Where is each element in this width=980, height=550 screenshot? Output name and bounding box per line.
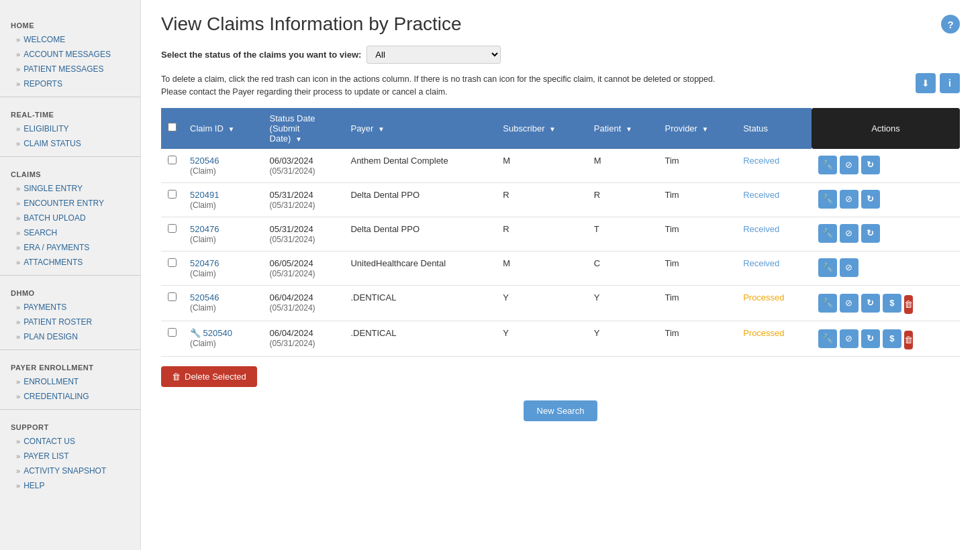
row-checkbox-cell[interactable] [161, 251, 183, 285]
page-title: View Claims Information by Practice [161, 13, 462, 35]
actions-cell: 🔧⊘↻ [812, 217, 960, 251]
info-button[interactable]: i [940, 73, 960, 93]
stop-action-btn[interactable]: ⊘ [840, 329, 859, 348]
sidebar-section-dhmo: DHMO [0, 281, 140, 300]
subscriber-value: M [503, 156, 510, 166]
download-button[interactable]: ⬇ [916, 73, 936, 93]
actions-cell: 🔧⊘↻ [812, 182, 960, 217]
col-payer[interactable]: Payer ▼ [344, 108, 496, 149]
payer-cell: .DENTICAL [344, 321, 496, 356]
sidebar-item-era-payments[interactable]: » ERA / PAYMENTS [0, 240, 140, 255]
col-status: Status [736, 108, 812, 149]
row-checkbox[interactable] [168, 224, 177, 233]
status-date-cell: 06/04/2024 (05/31/2024) [263, 321, 344, 356]
provider-cell: Tim [658, 149, 737, 183]
wrench-action-btn[interactable]: 🔧 [818, 258, 837, 277]
trash-action-btn[interactable]: 🗑 [904, 295, 913, 314]
table-row: 520491 (Claim) 05/31/2024 (05/31/2024) D… [161, 182, 960, 217]
sidebar-item-welcome[interactable]: » WELCOME [0, 32, 140, 47]
status-select[interactable]: All Received Processed Pending Rejected [366, 46, 501, 64]
sidebar-item-activity-snapshot[interactable]: » ACTIVITY SNAPSHOT [0, 463, 140, 478]
sidebar-item-reports[interactable]: » REPORTS [0, 76, 140, 91]
claim-id-link[interactable]: 520491 [190, 190, 219, 200]
row-checkbox[interactable] [168, 156, 177, 164]
col-subscriber[interactable]: Subscriber ▼ [496, 108, 587, 149]
refresh-action-btn[interactable]: ↻ [861, 294, 880, 313]
stop-action-btn[interactable]: ⊘ [840, 224, 859, 243]
status-date-cell: 05/31/2024 (05/31/2024) [263, 182, 344, 217]
row-checkbox-cell[interactable] [161, 321, 183, 356]
stop-action-btn[interactable]: ⊘ [840, 258, 859, 277]
sidebar-item-batch-upload[interactable]: » BATCH UPLOAD [0, 211, 140, 225]
sidebar-item-search[interactable]: » SEARCH [0, 225, 140, 240]
delete-selected-button[interactable]: 🗑 Delete Selected [161, 366, 257, 387]
sidebar-item-credentialing[interactable]: » CREDENTIALING [0, 389, 140, 404]
provider-cell: Tim [658, 321, 737, 356]
status-badge: Received [743, 258, 779, 268]
row-checkbox[interactable] [168, 328, 177, 337]
sidebar-item-single-entry[interactable]: » SINGLE ENTRY [0, 181, 140, 196]
claim-id-link[interactable]: 520546 [190, 156, 219, 166]
payer-cell: UnitedHealthcare Dental [344, 251, 496, 285]
refresh-action-btn[interactable]: ↻ [861, 329, 880, 348]
stop-icon: ⊘ [845, 194, 852, 204]
refresh-action-btn[interactable]: ↻ [861, 156, 880, 174]
claim-id-link[interactable]: 520476 [190, 224, 219, 234]
sidebar-item-patient-roster[interactable]: » PATIENT ROSTER [0, 315, 140, 329]
submit-date: (05/31/2024) [270, 201, 315, 210]
sidebar-item-encounter-entry[interactable]: » ENCOUNTER ENTRY [0, 196, 140, 211]
wrench-action-btn[interactable]: 🔧 [818, 294, 837, 313]
sidebar-item-payments[interactable]: » PAYMENTS [0, 300, 140, 315]
row-checkbox[interactable] [168, 258, 177, 267]
col-patient[interactable]: Patient ▼ [587, 108, 658, 149]
col-status-date[interactable]: Status Date(SubmitDate) ▼ [263, 108, 344, 149]
patient-value: Y [594, 328, 600, 338]
sidebar-item-attachments[interactable]: » ATTACHMENTS [0, 255, 140, 270]
sidebar-item-claim-status[interactable]: » CLAIM STATUS [0, 136, 140, 151]
status-cell: Processed [736, 321, 812, 356]
info-icon: i [948, 78, 951, 89]
sidebar-item-contact-us[interactable]: » CONTACT US [0, 434, 140, 449]
status-date: 06/04/2024 [270, 292, 313, 302]
col-claim-id[interactable]: Claim ID ▼ [183, 108, 263, 149]
row-checkbox-cell[interactable] [161, 149, 183, 183]
new-search-button[interactable]: New Search [524, 400, 598, 421]
payer-name: .DENTICAL [350, 292, 396, 302]
sidebar-item-patient-messages[interactable]: » PATIENT MESSAGES [0, 62, 140, 76]
sidebar-item-payer-list[interactable]: » PAYER LIST [0, 449, 140, 463]
claim-id-link[interactable]: 🔧 520540 [190, 328, 232, 338]
row-checkbox[interactable] [168, 190, 177, 199]
stop-action-btn[interactable]: ⊘ [840, 156, 859, 174]
wrench-action-btn[interactable]: 🔧 [818, 329, 837, 348]
stop-action-btn[interactable]: ⊘ [840, 294, 859, 313]
row-checkbox[interactable] [168, 292, 177, 301]
wrench-action-btn[interactable]: 🔧 [818, 190, 837, 209]
row-checkbox-cell[interactable] [161, 182, 183, 217]
sidebar-item-enrollment[interactable]: » ENROLLMENT [0, 374, 140, 389]
subscriber-cell: M [496, 149, 587, 183]
refresh-action-btn[interactable]: ↻ [861, 190, 880, 209]
claim-id-link[interactable]: 520476 [190, 258, 219, 268]
wrench-action-btn[interactable]: 🔧 [818, 224, 837, 243]
row-checkbox-cell[interactable] [161, 217, 183, 251]
stop-action-btn[interactable]: ⊘ [840, 190, 859, 209]
row-checkbox-cell[interactable] [161, 285, 183, 321]
sidebar-item-eligibility[interactable]: » ELIGIBILITY [0, 121, 140, 136]
payer-name: Delta Dental PPO [350, 190, 420, 200]
claim-id-link[interactable]: 520546 [190, 292, 219, 302]
sidebar-item-account-messages[interactable]: » ACCOUNT MESSAGES [0, 47, 140, 62]
sidebar-item-plan-design[interactable]: » PLAN DESIGN [0, 329, 140, 344]
select-all-checkbox[interactable] [168, 123, 177, 131]
dollar-action-btn[interactable]: $ [883, 294, 901, 313]
col-provider[interactable]: Provider ▼ [658, 108, 737, 149]
trash-action-btn[interactable]: 🗑 [904, 331, 913, 349]
trash-icon: 🗑 [172, 372, 181, 382]
refresh-action-btn[interactable]: ↻ [861, 224, 880, 243]
claims-table: Claim ID ▼ Status Date(SubmitDate) ▼ Pay… [161, 108, 960, 357]
status-date-cell: 05/31/2024 (05/31/2024) [263, 217, 344, 251]
wrench-action-btn[interactable]: 🔧 [818, 156, 837, 174]
dollar-action-btn[interactable]: $ [883, 329, 901, 348]
select-all-header[interactable] [161, 108, 183, 149]
sidebar-item-help[interactable]: » HELP [0, 478, 140, 493]
help-icon[interactable]: ? [941, 15, 960, 34]
